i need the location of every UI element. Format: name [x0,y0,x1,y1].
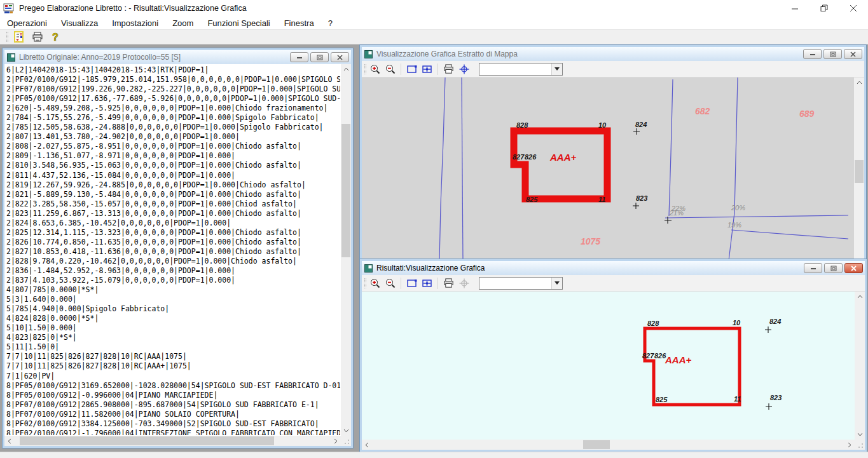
help-icon[interactable]: ? [49,30,62,43]
libretto-minimize-button[interactable] [290,52,308,62]
menu-help[interactable]: ? [321,17,340,29]
libretto-hscroll-thumb[interactable] [20,436,274,445]
point-label-824: 824 [635,121,647,128]
risultati-hscrollbar[interactable] [362,440,855,450]
mappa-combobox[interactable] [479,63,563,76]
mappa-print-icon[interactable] [442,63,455,76]
menu-impostazioni[interactable]: Impostazioni [105,17,165,29]
point-label-10: 10 [733,319,741,327]
point-label-825: 825 [656,396,668,403]
risultati-maximize-button[interactable] [824,263,843,273]
libretto-window-title: Libretto Originale: Anno=2019 Protocollo… [19,53,181,62]
libretto-resize-grip[interactable] [341,436,351,446]
mappa-scroll-up-icon[interactable] [854,77,864,88]
libretto-text[interactable]: 6|L2|14042018-15:43|14042018-15:43|RTK|P… [6,65,340,435]
libretto-icon[interactable] [13,30,26,43]
mappa-window-icon [364,50,373,58]
main-minimize-button[interactable] [780,0,809,17]
risultati-minimize-button[interactable] [804,263,822,273]
risultati-resize-grip[interactable] [855,440,865,450]
point-label-826: 826 [654,352,666,360]
mappa-center-point-icon[interactable] [457,63,471,76]
risultati-combobox[interactable] [479,277,563,290]
mappa-window-title: Visualizzazione Grafica Estratto di Mapp… [376,50,518,58]
parcel-label-682: 682 [695,106,710,116]
parcel-boundaries [439,77,848,260]
libretto-scroll-left-icon[interactable] [4,436,15,446]
point-label-828: 828 [516,121,528,129]
parcel-label-1075: 1075 [581,236,600,246]
mappa-zoom-extents-icon[interactable] [420,63,434,76]
main-titlebar[interactable]: Pregeo Elaborazione Libretto : - Risulta… [0,0,868,17]
point-label-11: 11 [598,196,605,203]
libretto-scroll-up-icon[interactable] [341,64,351,74]
point-label-11: 11 [734,395,741,403]
risultati-canvas[interactable]: AAA+ 828 10 824 827 826 825 11 823 [362,292,865,450]
risultati-scroll-down-icon[interactable] [855,429,865,440]
risultati-combobox-dropdown-icon[interactable] [551,278,562,289]
risultati-window-title: Risultati:Visualizzazione Grafica [376,264,485,273]
risultati-scroll-right-icon[interactable] [844,440,855,450]
area-label: AAA+ [549,152,576,163]
risultati-zoom-out-icon[interactable] [383,277,397,290]
risultati-hscroll-thumb[interactable] [583,440,610,449]
print-icon[interactable] [31,30,44,43]
risultati-zoom-extents-icon[interactable] [420,277,434,290]
risultati-scroll-up-icon[interactable] [855,292,865,302]
risultati-zoom-window-icon[interactable] [405,277,418,290]
mappa-close-button[interactable] [844,49,862,59]
risultati-zoom-in-icon[interactable] [368,277,382,290]
mappa-vscroll-thumb[interactable] [855,160,864,183]
libretto-close-button[interactable] [331,52,349,62]
menu-operazioni[interactable]: Operazioni [0,17,54,29]
risultati-titlebar[interactable]: Risultati:Visualizzazione Grafica [362,261,865,275]
area-label: AAA+ [665,354,691,365]
menu-zoom[interactable]: Zoom [165,17,200,29]
libretto-vscroll-thumb[interactable] [341,124,350,257]
libretto-titlebar[interactable]: Libretto Originale: Anno=2019 Protocollo… [4,50,351,64]
risultati-toolbar-grip [364,278,366,288]
mappa-titlebar[interactable]: Visualizzazione Grafica Estratto di Mapp… [362,47,864,61]
libretto-scroll-right-icon[interactable] [331,436,341,446]
menu-visualizza[interactable]: Visualizza [54,17,105,29]
main-toolbar: ? [0,29,868,44]
libretto-vscrollbar[interactable] [341,64,351,436]
mappa-zoom-window-icon[interactable] [405,63,418,76]
percent-label-19: 19% [727,221,741,229]
point-label-826: 826 [525,153,537,161]
risultati-window: Risultati:Visualizzazione Grafica [360,259,867,452]
risultati-print-icon[interactable] [442,277,455,290]
libretto-scroll-down-icon[interactable] [341,426,351,436]
mappa-zoom-out-icon[interactable] [383,63,397,76]
risultati-close-button[interactable] [844,263,863,273]
risultati-center-point-icon[interactable] [457,277,471,290]
point-label-828: 828 [647,320,659,327]
mappa-combobox-dropdown-icon[interactable] [551,64,562,75]
libretto-hscrollbar[interactable] [4,436,341,446]
mappa-zoom-in-icon[interactable] [368,63,382,76]
fabbricato-polygon [514,131,607,199]
main-restore-button[interactable] [809,0,839,17]
toolbar-grip [6,32,8,42]
risultati-scroll-left-icon[interactable] [362,440,372,450]
point-label-827: 827 [513,153,525,161]
menu-funzioni-speciali[interactable]: Funzioni Speciali [200,17,277,29]
point-label-823: 823 [770,394,782,401]
mappa-minimize-button[interactable] [803,49,822,59]
libretto-maximize-button[interactable] [310,52,329,62]
percent-label-20: 20% [731,204,745,212]
risultati-window-icon [364,264,373,273]
risultati-toolbar [362,275,865,292]
risultati-vscrollbar[interactable] [855,292,865,440]
point-label-827: 827 [642,352,654,360]
libretto-window-icon [7,53,15,62]
survey-cross-icons [633,128,672,224]
mappa-toolbar [362,61,864,77]
mappa-maximize-button[interactable] [823,49,842,59]
libretto-window: Libretto Originale: Anno=2019 Protocollo… [3,48,353,448]
risultati-drawing: AAA+ 828 10 824 827 826 825 11 823 [362,292,855,440]
menu-finestra[interactable]: Finestra [277,17,321,29]
main-close-button[interactable] [839,0,868,17]
svg-text:?: ? [52,32,59,43]
app-icon [3,3,14,14]
